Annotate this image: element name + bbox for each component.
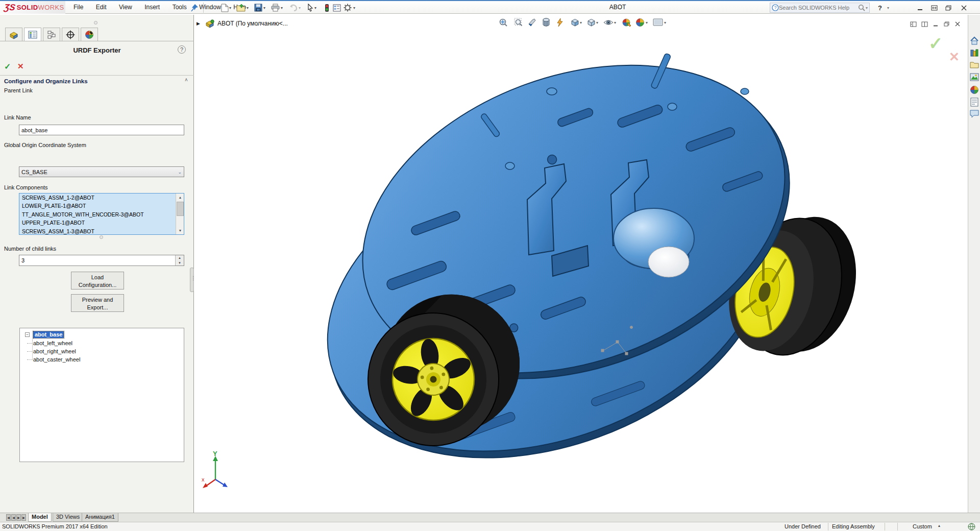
restore-button[interactable] [942, 3, 954, 13]
minimize-button[interactable] [914, 3, 926, 13]
tab-feature-manager[interactable] [5, 28, 22, 41]
tab-display-manager[interactable] [81, 28, 98, 41]
spinner-down-icon[interactable]: ▼ [176, 260, 184, 266]
display-style-caret[interactable]: ▾ [596, 20, 598, 25]
options-gear-icon[interactable] [342, 3, 353, 13]
print-icon[interactable] [270, 3, 280, 13]
open-document-caret[interactable]: ▾ [247, 6, 251, 10]
coordinate-system-select[interactable]: CS_BASE ⌄ [19, 166, 184, 177]
tags-globe-icon[interactable] [968, 523, 975, 530]
pane-split-icon[interactable] [919, 20, 929, 28]
tree-node-child[interactable]: abot_right_wheel [33, 347, 184, 355]
list-item[interactable]: TT_ANGLE_MOTOR_WITH_ENCODER-3@ABOT [19, 210, 184, 219]
nav-first-tab-icon[interactable]: ◀ [6, 514, 11, 521]
doc-close-icon[interactable] [952, 20, 963, 28]
print-caret[interactable]: ▾ [281, 6, 285, 10]
link-components-list[interactable]: SCREWS_ASSM_1-2@ABOT LOWER_PLATE-1@ABOT … [19, 193, 184, 235]
menu-file[interactable]: File [68, 1, 88, 13]
select-cursor-caret[interactable]: ▾ [314, 6, 318, 10]
tab-configuration-manager[interactable] [43, 28, 60, 41]
view-orientation-caret[interactable]: ▾ [580, 20, 582, 25]
preview-export-button[interactable]: Preview and Export... [71, 294, 124, 312]
nav-next-tab-icon[interactable]: ▶ [16, 514, 21, 521]
section-collapse-chevron[interactable]: ˄ [185, 77, 188, 83]
tab-animation[interactable]: Анимация1 [82, 513, 118, 522]
list-resize-grip[interactable] [100, 235, 103, 239]
menu-insert[interactable]: Insert [139, 1, 165, 13]
select-cursor-icon[interactable] [305, 3, 315, 13]
save-caret[interactable]: ▾ [263, 6, 267, 10]
tab-3d-views[interactable]: 3D Views [53, 513, 83, 522]
display-style-cube-icon[interactable] [585, 17, 597, 28]
tree-node-root[interactable]: abot_base [33, 331, 64, 338]
feature-tree-expand-icon[interactable]: ▶ [197, 21, 200, 26]
graphics-area[interactable]: ▶ ABOT (По умолчанию<... ▾ ▾ ▾ ▾ [194, 15, 968, 513]
tab-dimxpert-manager[interactable] [62, 28, 79, 41]
view-settings-icon[interactable] [652, 17, 664, 28]
panel-help-icon[interactable]: ? [178, 45, 186, 54]
pin-menu-icon[interactable] [190, 3, 199, 12]
document-label[interactable]: ABOT (По умолчанию<... [217, 20, 288, 27]
doc-minimize-icon[interactable] [930, 20, 941, 28]
apply-scene-caret[interactable]: ▾ [646, 20, 648, 25]
search-icon[interactable] [858, 4, 866, 12]
view-orientation-icon[interactable] [569, 17, 580, 28]
home-resources-icon[interactable] [970, 36, 979, 45]
list-item[interactable]: LOWER_PLATE-1@ABOT [19, 202, 184, 210]
nav-prev-tab-icon[interactable]: ◀ [11, 514, 16, 521]
menu-tools[interactable]: Tools [167, 1, 192, 13]
menu-view[interactable]: View [114, 1, 137, 13]
units-selector[interactable]: Custom [913, 523, 932, 529]
link-name-input[interactable] [19, 125, 184, 135]
view-palette-icon[interactable] [970, 73, 979, 82]
scroll-thumb[interactable] [177, 202, 184, 216]
forum-icon[interactable] [970, 110, 979, 119]
nav-last-tab-icon[interactable]: ▶ [21, 514, 26, 521]
doc-restore-icon[interactable] [941, 20, 951, 28]
tree-node-child[interactable]: abot_caster_wheel [33, 355, 184, 364]
properties-panel-icon[interactable] [332, 3, 342, 13]
zoom-to-fit-icon[interactable] [498, 17, 509, 28]
list-item[interactable]: SCREWS_ASSM_1-2@ABOT [19, 194, 184, 202]
dynamic-annotation-icon[interactable] [554, 17, 566, 28]
tree-node-child[interactable]: abot_left_wheel [33, 339, 184, 347]
new-document-icon[interactable] [219, 3, 230, 13]
search-scope-caret[interactable]: ▾ [866, 6, 868, 10]
stretch-window-button[interactable] [928, 3, 940, 13]
options-caret[interactable]: ▾ [353, 6, 357, 10]
child-links-input[interactable] [19, 255, 173, 266]
spinner-up-icon[interactable]: ▲ [176, 255, 184, 260]
list-scrollbar[interactable]: ▲ ▼ [176, 194, 184, 234]
scroll-down-icon[interactable]: ▼ [176, 227, 184, 234]
cancel-button[interactable]: ✕ [17, 62, 24, 71]
confirm-corner-cancel-icon[interactable]: ✕ [949, 50, 960, 64]
link-tree[interactable]: − abot_base abot_left_wheel abot_right_w… [19, 328, 184, 462]
file-explorer-icon[interactable] [970, 61, 979, 70]
apply-scene-icon[interactable] [634, 17, 646, 28]
help-search-input[interactable] [779, 5, 858, 11]
view-settings-caret[interactable]: ▾ [664, 20, 666, 25]
tree-collapse-icon[interactable]: − [25, 332, 30, 337]
custom-properties-icon[interactable] [970, 98, 979, 107]
tab-model[interactable]: Model [28, 513, 52, 522]
units-caret-icon[interactable]: ▴ [938, 523, 940, 528]
new-document-caret[interactable]: ▾ [229, 6, 233, 10]
tab-property-manager[interactable] [24, 28, 41, 41]
close-button[interactable] [958, 3, 970, 13]
ok-button[interactable]: ✓ [4, 62, 11, 71]
load-configuration-button[interactable]: Load Configuration... [71, 272, 124, 289]
scroll-up-icon[interactable]: ▲ [176, 194, 184, 201]
appearances-scenes-icon[interactable] [970, 85, 979, 94]
list-item[interactable]: SCREWS_ASSM_1-3@ABOT [19, 227, 184, 235]
undo-icon[interactable] [288, 3, 298, 13]
list-item[interactable]: UPPER_PLATE-1@ABOT [19, 219, 184, 227]
menu-edit[interactable]: Edit [91, 1, 112, 13]
edit-appearance-icon[interactable] [621, 17, 632, 28]
panel-resize-grip[interactable] [94, 21, 97, 25]
pane-split-left-icon[interactable] [908, 20, 918, 28]
display-style-icon[interactable] [541, 17, 552, 28]
section-header[interactable]: Configure and Organize Links [4, 78, 88, 84]
traffic-light-icon[interactable] [322, 3, 332, 13]
help-caret[interactable]: ▾ [885, 3, 892, 13]
save-icon[interactable] [253, 3, 263, 13]
